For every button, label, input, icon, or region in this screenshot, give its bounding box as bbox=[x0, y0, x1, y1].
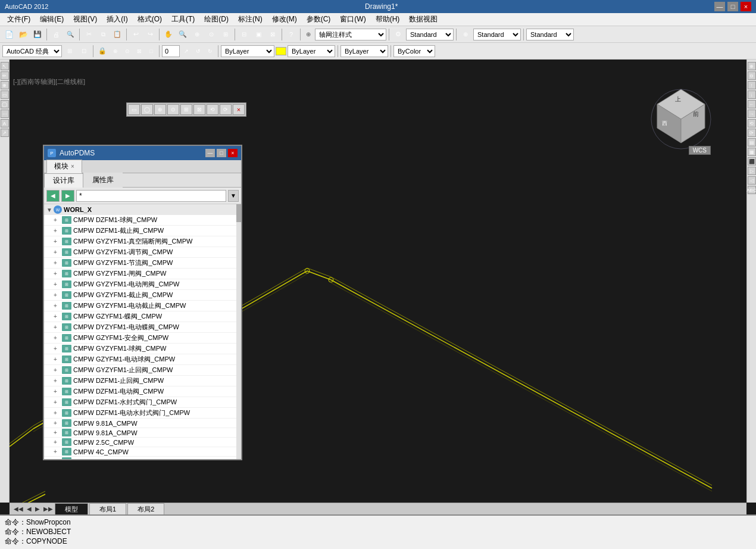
tree-expand-icon[interactable]: + bbox=[54, 335, 61, 341]
left-tool-3[interactable]: ⊕ bbox=[1, 81, 9, 89]
open-btn[interactable]: 📂 bbox=[17, 28, 30, 41]
menu-item-window[interactable]: 窗口(W) bbox=[335, 13, 370, 26]
zoom-btn[interactable]: 🔍 bbox=[176, 28, 189, 41]
tree-expand-icon[interactable]: + bbox=[54, 270, 61, 277]
menu-item-dimension[interactable]: 标注(N) bbox=[233, 13, 267, 26]
right-tool-11[interactable]: ⬛ bbox=[748, 157, 756, 166]
right-tool-5[interactable]: ← bbox=[748, 100, 756, 108]
tree-expand-icon[interactable]: + bbox=[54, 324, 61, 330]
tree-expand-icon[interactable]: + bbox=[54, 410, 61, 416]
pdms-tree[interactable]: ▼ W WORL_X +⊞CMPW DZFM1-球阀_CMPW+⊞CMPW DZ… bbox=[44, 204, 241, 459]
tree-expand-icon[interactable]: + bbox=[54, 439, 61, 445]
tree-item[interactable]: +⊞CMPW GYZYFM1-电动闸阀_CMPW bbox=[44, 279, 241, 290]
standard-select3[interactable]: Standard bbox=[526, 29, 574, 40]
right-tool-12[interactable]: ▷ bbox=[748, 167, 756, 175]
ft-btn-7[interactable]: ⟲ bbox=[207, 104, 218, 115]
minimize-btn[interactable]: — bbox=[714, 2, 725, 11]
snap-btn4[interactable]: □ bbox=[146, 46, 157, 57]
model-nav-prev[interactable]: ◀◀ bbox=[12, 506, 25, 512]
tree-item[interactable]: +⊞CMPW 9.81A_CMPW bbox=[44, 428, 241, 438]
tree-item[interactable]: +⊞CMPW GZYFM1-蝶阀_CMPW bbox=[44, 311, 241, 322]
pdms-module-tab[interactable]: 模块 × bbox=[46, 160, 82, 173]
tree-expand-icon[interactable]: + bbox=[54, 281, 61, 288]
snap-extra1[interactable]: ↗ bbox=[181, 46, 192, 57]
tree-expand-icon[interactable]: + bbox=[54, 429, 61, 436]
paste-btn[interactable]: 📋 bbox=[111, 28, 124, 41]
pdms-minimize-btn[interactable]: — bbox=[205, 149, 215, 157]
tree-expand-icon[interactable]: + bbox=[54, 399, 61, 405]
zoom3-btn[interactable]: ⊙ bbox=[205, 28, 218, 41]
left-tool-7[interactable]: A bbox=[1, 119, 9, 127]
save-btn[interactable]: 💾 bbox=[31, 28, 44, 41]
tree-item[interactable]: +⊞CMPW GYZYFM1-节流阀_CMPW bbox=[44, 258, 241, 269]
tree-expand-icon[interactable]: + bbox=[54, 227, 61, 234]
close-btn[interactable]: × bbox=[741, 2, 751, 11]
pdms-search-input[interactable] bbox=[76, 190, 226, 202]
right-tool-10[interactable]: ▦ bbox=[748, 148, 756, 156]
redo-btn[interactable]: ↪ bbox=[143, 28, 157, 41]
tree-expand-icon[interactable]: + bbox=[54, 448, 61, 455]
menu-item-param[interactable]: 参数(C) bbox=[302, 13, 336, 26]
axis-style-select[interactable]: 轴网注样式 bbox=[315, 29, 386, 40]
print-btn[interactable]: 🖨 bbox=[49, 28, 63, 41]
menu-item-help[interactable]: 帮助(H) bbox=[371, 13, 405, 26]
tree-expand-icon[interactable]: + bbox=[54, 378, 61, 384]
tree-item[interactable]: +⊞CMPW 4C_CMPW bbox=[44, 447, 241, 457]
linetype-select[interactable]: ByLayer bbox=[288, 45, 335, 57]
left-tool-6[interactable]: ⋯ bbox=[1, 110, 9, 118]
tree-expand-icon[interactable]: + bbox=[54, 367, 61, 373]
right-tool-9[interactable]: ▤ bbox=[748, 138, 756, 146]
tree-item[interactable]: +⊞CMPW GZYFM1-安全阀_CMPW bbox=[44, 333, 241, 344]
settings-icon[interactable]: ⚙ bbox=[392, 28, 405, 41]
left-tool-4[interactable]: ▭ bbox=[1, 91, 9, 99]
tree-item[interactable]: +⊞CMPW GYZYFM1-真空隔断闸阀_CMPW bbox=[44, 236, 241, 247]
tree-item[interactable]: +⊞CMPW DZFM1-止回阀_CMPW bbox=[44, 376, 241, 386]
workspace-select[interactable]: AutoCAD 经典 bbox=[2, 45, 62, 57]
tree-expand-icon[interactable]: + bbox=[54, 356, 61, 363]
right-tool-6[interactable]: → bbox=[748, 110, 756, 118]
tree-expand-icon[interactable]: + bbox=[54, 292, 61, 298]
tree-expand-icon[interactable]: + bbox=[54, 238, 61, 245]
color-select[interactable]: ByColor bbox=[393, 45, 435, 57]
pdms-subtab-attr[interactable]: 属性库 bbox=[83, 173, 123, 188]
layer-select[interactable]: ByLayer bbox=[221, 45, 274, 57]
menu-item-modify[interactable]: 修改(M) bbox=[267, 13, 302, 26]
tb-misc3[interactable]: ⊠ bbox=[266, 28, 279, 41]
zoom4-btn[interactable]: ⊞ bbox=[219, 28, 232, 41]
menu-item-file[interactable]: 文件(F) bbox=[2, 13, 35, 26]
tree-expand-icon[interactable]: + bbox=[54, 249, 61, 255]
model-nav-next[interactable]: ▶▶ bbox=[42, 506, 55, 512]
tree-expand-icon[interactable]: + bbox=[54, 345, 61, 352]
ft-btn-8[interactable]: ⟳ bbox=[220, 104, 232, 115]
tree-item[interactable]: +⊞CMPW 2.5C_CMPW bbox=[44, 438, 241, 447]
tree-item[interactable]: +⊞CMPW DZFM1-水封式阀门_CMPW bbox=[44, 397, 241, 408]
ws-btn2[interactable]: ⊡ bbox=[77, 45, 90, 58]
ft-btn-6[interactable]: ⊠ bbox=[193, 104, 205, 115]
menu-item-edit[interactable]: 编辑(E) bbox=[35, 13, 68, 26]
right-tool-8[interactable]: ⟳ bbox=[748, 129, 756, 137]
pdms-dropdown-btn[interactable]: ▼ bbox=[228, 190, 239, 202]
pdms-close-btn[interactable]: × bbox=[228, 149, 238, 157]
ws-btn1[interactable]: ⊞ bbox=[63, 45, 76, 58]
menu-item-dataview[interactable]: 数据视图 bbox=[404, 13, 442, 26]
ft-btn-1[interactable]: ▭ bbox=[128, 104, 140, 115]
ft-btn-4[interactable]: ⊙ bbox=[167, 104, 179, 115]
left-tool-5[interactable]: ◯ bbox=[1, 100, 9, 108]
tree-item[interactable]: +⊞CMPW GYZYFM1-球阀_CMPW bbox=[44, 344, 241, 354]
model-tab-model[interactable]: 模型 bbox=[55, 503, 88, 515]
right-tool-1[interactable]: ⊕ bbox=[748, 62, 756, 70]
copy-btn[interactable]: ⧉ bbox=[96, 28, 110, 41]
maximize-btn[interactable]: □ bbox=[727, 2, 738, 11]
pdms-title-bar[interactable]: P AutoPDMS — □ × bbox=[44, 146, 241, 160]
tree-expand-icon[interactable]: + bbox=[54, 458, 61, 459]
left-tool-2[interactable]: ✏ bbox=[1, 71, 9, 80]
right-tool-2[interactable]: ⊖ bbox=[748, 71, 756, 80]
pdms-subtab-design[interactable]: 设计库 bbox=[44, 173, 83, 188]
new-btn[interactable]: 📄 bbox=[2, 28, 15, 41]
left-tool-1[interactable]: ↖ bbox=[1, 62, 9, 70]
tree-item[interactable]: +⊞CMPW GYZYFM1-调节阀_CMPW bbox=[44, 247, 241, 258]
pdms-back-btn[interactable]: ◀ bbox=[46, 190, 60, 202]
tb-misc1[interactable]: ⊟ bbox=[238, 28, 251, 41]
help-icon[interactable]: ? bbox=[285, 28, 298, 41]
tree-item[interactable]: +⊞CMPW 9.81A_CMPW bbox=[44, 419, 241, 428]
